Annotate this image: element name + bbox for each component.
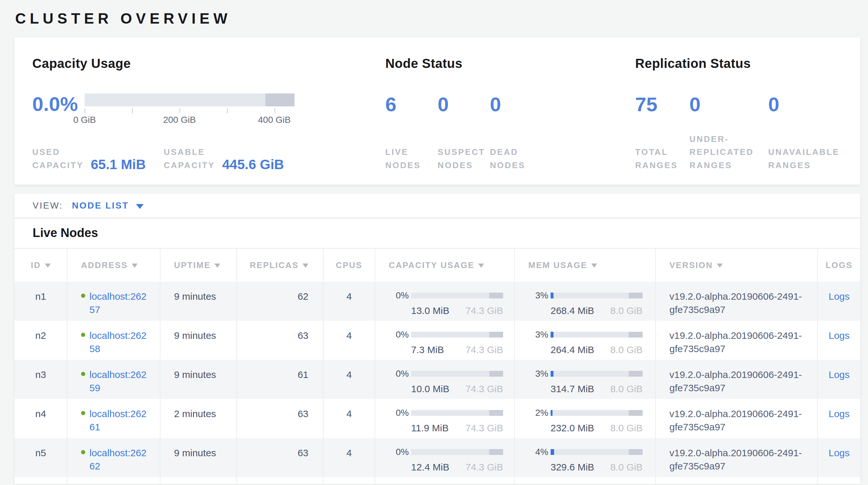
- version-cell: v19.2.0-alpha.20190606-2491-gfe735c9a97: [656, 360, 818, 399]
- live-nodes-count: 6: [385, 93, 438, 115]
- live-status-dot-icon: [81, 450, 85, 454]
- axis-tick: [85, 108, 85, 113]
- capacity-percent-label: 0%: [389, 368, 409, 380]
- mem-usage-bar: [551, 449, 643, 455]
- column-label: CPUS: [336, 260, 362, 270]
- column-header-version[interactable]: VERSION: [656, 249, 818, 282]
- mem-usage-cell: 4% 329.6 MiB 8.0 GiB: [515, 438, 656, 477]
- usable-capacity-value: 445.6 GiB: [222, 158, 284, 172]
- mem-usage-cell: 3% 268.4 MiB 8.0 GiB: [515, 282, 656, 321]
- live-status-dot-icon: [81, 372, 85, 376]
- capacity-bar-endcap: [489, 449, 503, 455]
- column-header-capacity-usage[interactable]: CAPACITY USAGE: [375, 249, 515, 282]
- mem-usage-cell: 3% 264.4 MiB 8.0 GiB: [515, 321, 656, 360]
- mem-usage-bar: [551, 371, 643, 377]
- empty-cell: [67, 477, 160, 484]
- replicas-cell: 61: [237, 360, 323, 399]
- cluster-summary-card: Capacity Usage 0.0% 0 GiB: [14, 37, 860, 184]
- capacity-gauge: 0.0% 0 GiB 200 GiB 400: [32, 93, 385, 125]
- column-header-mem-usage[interactable]: MEM USAGE: [515, 249, 656, 282]
- view-label: VIEW:: [33, 200, 63, 211]
- mem-percent-label: 3%: [528, 289, 548, 302]
- version-text: v19.2.0-alpha.20190606-2491-gfe735c9a97: [670, 329, 811, 355]
- replication-labels: TOTAL RANGES UNDER-REPLICATED RANGES UNA…: [635, 133, 847, 172]
- version-text: v19.2.0-alpha.20190606-2491-gfe735c9a97: [670, 447, 811, 473]
- node-address-link[interactable]: localhost:26261: [89, 407, 149, 434]
- chevron-down-icon: [136, 204, 144, 209]
- column-header-cpus: CPUS: [323, 249, 375, 282]
- version-cell: v19.2.0-alpha.20190606-2491-gfe735c9a97: [656, 321, 818, 360]
- capacity-bar-endcap: [489, 410, 503, 416]
- logs-link[interactable]: Logs: [829, 369, 849, 380]
- version-text: v19.2.0-alpha.20190606-2491-gfe735c9a97: [670, 407, 811, 434]
- empty-cell: [375, 477, 515, 484]
- column-header-replicas[interactable]: REPLICAS: [237, 249, 323, 282]
- capacity-total-value: 74.3 GiB: [465, 382, 503, 396]
- under-replicated-ranges-label: UNDER-REPLICATED RANGES: [689, 133, 768, 172]
- node-address-link[interactable]: localhost:26262: [89, 447, 149, 473]
- page-title: CLUSTER OVERVIEW: [15, 10, 857, 27]
- capacity-bar-endcap: [489, 371, 503, 377]
- axis-tick: [275, 108, 275, 113]
- version-text: v19.2.0-alpha.20190606-2491-gfe735c9a97: [670, 368, 811, 395]
- column-label: REPLICAS: [250, 260, 299, 270]
- column-label: ID: [31, 260, 41, 270]
- mem-bar-fill: [551, 449, 554, 455]
- column-header-uptime[interactable]: UPTIME: [160, 249, 237, 282]
- uptime-cell: 9 minutes: [160, 321, 237, 360]
- capacity-percent: 0.0%: [32, 94, 85, 114]
- node-id-cell: n5: [14, 438, 67, 477]
- column-header-address[interactable]: ADDRESS: [67, 249, 160, 282]
- total-ranges-count: 75: [635, 93, 689, 115]
- node-address-link[interactable]: localhost:26258: [89, 329, 149, 355]
- capacity-usage-bar: [411, 410, 503, 416]
- mem-bar-endcap: [629, 449, 643, 455]
- node-address-cell: localhost:26258: [67, 321, 160, 360]
- logs-link[interactable]: Logs: [829, 330, 849, 341]
- mem-total-value: 8.0 GiB: [610, 382, 643, 396]
- column-label: ADDRESS: [81, 260, 128, 270]
- stat-label-line: USABLE: [164, 145, 215, 159]
- replicas-cell: 62: [237, 282, 323, 321]
- logs-link[interactable]: Logs: [829, 408, 849, 419]
- node-address-cell: localhost:26259: [67, 360, 160, 399]
- column-label: VERSION: [670, 260, 713, 270]
- capacity-usage-bar: [411, 332, 503, 338]
- column-header-id[interactable]: ID: [14, 249, 67, 282]
- replication-status-heading: Replication Status: [635, 56, 847, 71]
- mem-percent-label: 4%: [528, 446, 548, 458]
- mem-bar-endcap: [629, 293, 643, 298]
- logs-link[interactable]: Logs: [829, 448, 849, 458]
- table-row: n1 localhost:26257 9 minutes 62 4 0%: [14, 282, 860, 321]
- capacity-usage-cell: 0% 10.0 MiB 74.3 GiB: [375, 360, 515, 399]
- mem-usage-bar: [551, 332, 643, 338]
- logs-link[interactable]: Logs: [829, 291, 849, 302]
- capacity-axis-labels: 0 GiB 200 GiB 400 GiB: [85, 115, 294, 125]
- node-address-link[interactable]: localhost:26257: [89, 290, 149, 316]
- mem-percent-label: 3%: [528, 368, 548, 380]
- node-status-heading: Node Status: [385, 56, 635, 71]
- live-nodes-heading: Live Nodes: [33, 226, 860, 240]
- logs-cell: Logs: [818, 321, 860, 360]
- empty-cell: [818, 477, 860, 484]
- capacity-usage-cell: 0% 7.3 MiB 74.3 GiB: [375, 321, 515, 360]
- mem-percent-label: 3%: [528, 329, 548, 341]
- view-toolbar: VIEW: NODE LIST: [14, 194, 860, 218]
- capacity-percent-label: 0%: [389, 407, 409, 419]
- column-label: MEM USAGE: [528, 260, 587, 270]
- sort-arrow-icon: [717, 263, 723, 268]
- capacity-used-value: 11.9 MiB: [411, 422, 448, 435]
- axis-tick: [180, 108, 180, 113]
- table-row: n2 localhost:26258 9 minutes 63 4 0%: [14, 321, 860, 360]
- capacity-used-value: 7.3 MiB: [411, 343, 444, 356]
- column-label: CAPACITY USAGE: [389, 260, 474, 270]
- capacity-usage-heading: Capacity Usage: [32, 56, 385, 71]
- mem-percent-label: 2%: [528, 407, 548, 419]
- view-selector-dropdown[interactable]: NODE LIST: [72, 200, 144, 211]
- view-selected-value: NODE LIST: [72, 200, 129, 211]
- mem-usage-cell: 2% 232.0 MiB 8.0 GiB: [515, 399, 656, 438]
- empty-cell: [14, 477, 67, 484]
- unavailable-ranges-label: UNAVAILABLE RANGES: [768, 145, 847, 172]
- node-address-link[interactable]: localhost:26259: [89, 368, 149, 395]
- version-cell: v19.2.0-alpha.20190606-2491-gfe735c9a97: [656, 282, 818, 321]
